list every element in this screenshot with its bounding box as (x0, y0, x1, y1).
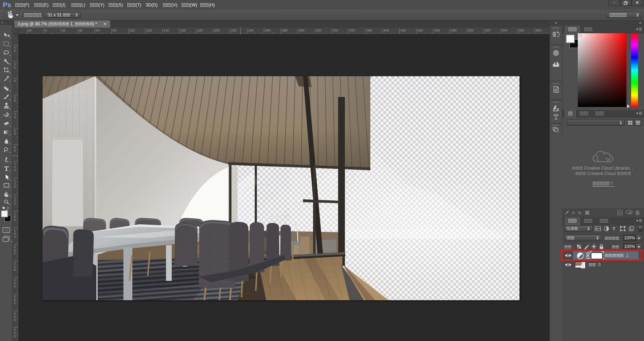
svg-text:380: 380 (367, 29, 372, 32)
svg-text:100: 100 (130, 29, 135, 32)
svg-text:20: 20 (62, 29, 65, 32)
svg-text:20: 20 (28, 29, 32, 32)
svg-text:0: 0 (14, 149, 16, 152)
svg-text:320: 320 (316, 29, 321, 32)
svg-text:200: 200 (214, 29, 220, 32)
svg-text:0: 0 (14, 285, 16, 288)
svg-text:280: 280 (282, 29, 287, 32)
svg-text:St: St (618, 211, 621, 215)
svg-text:0: 0 (14, 218, 16, 222)
svg-text:0: 0 (14, 318, 16, 322)
svg-text:0: 0 (14, 66, 16, 69)
svg-text:500: 500 (468, 29, 474, 32)
svg-text:260: 260 (265, 29, 270, 32)
svg-text:A: A (572, 210, 575, 215)
svg-text:0: 0 (14, 185, 16, 189)
svg-text:0: 0 (14, 335, 16, 338)
svg-text:520: 520 (485, 29, 491, 32)
svg-text:0: 0 (14, 235, 16, 239)
svg-text:fx: fx (578, 210, 582, 215)
svg-text:440: 440 (418, 29, 423, 32)
svg-text:180: 180 (197, 29, 203, 32)
svg-text:0: 0 (14, 79, 16, 83)
svg-text:140: 140 (164, 29, 169, 32)
svg-text:40: 40 (79, 29, 83, 32)
svg-text:480: 480 (451, 29, 457, 32)
svg-text:0: 0 (14, 99, 16, 102)
svg-text:0: 0 (45, 29, 47, 32)
svg-text:560: 560 (519, 29, 524, 32)
svg-text:220: 220 (231, 29, 236, 32)
svg-text:540: 540 (502, 29, 507, 32)
svg-text:80: 80 (113, 29, 116, 32)
svg-text:0: 0 (14, 116, 16, 119)
svg-text:T: T (613, 226, 615, 232)
svg-text:0: 0 (14, 202, 16, 205)
svg-text:420: 420 (400, 29, 406, 32)
svg-text:580: 580 (536, 29, 541, 32)
svg-text:60: 60 (96, 29, 99, 32)
svg-text:340: 340 (333, 29, 338, 32)
svg-text:460: 460 (434, 29, 440, 32)
svg-text:0: 0 (14, 49, 16, 53)
svg-text:160: 160 (180, 29, 186, 32)
svg-text:0: 0 (14, 268, 16, 272)
svg-text:0: 0 (14, 169, 16, 172)
svg-text:120: 120 (147, 29, 152, 32)
svg-text:360: 360 (350, 29, 355, 32)
svg-text:240: 240 (248, 29, 254, 32)
svg-text:300: 300 (299, 29, 304, 32)
svg-text:400: 400 (384, 29, 389, 32)
svg-text:0: 0 (14, 252, 16, 255)
svg-text:0: 0 (14, 301, 16, 305)
svg-text:0: 0 (14, 132, 16, 136)
